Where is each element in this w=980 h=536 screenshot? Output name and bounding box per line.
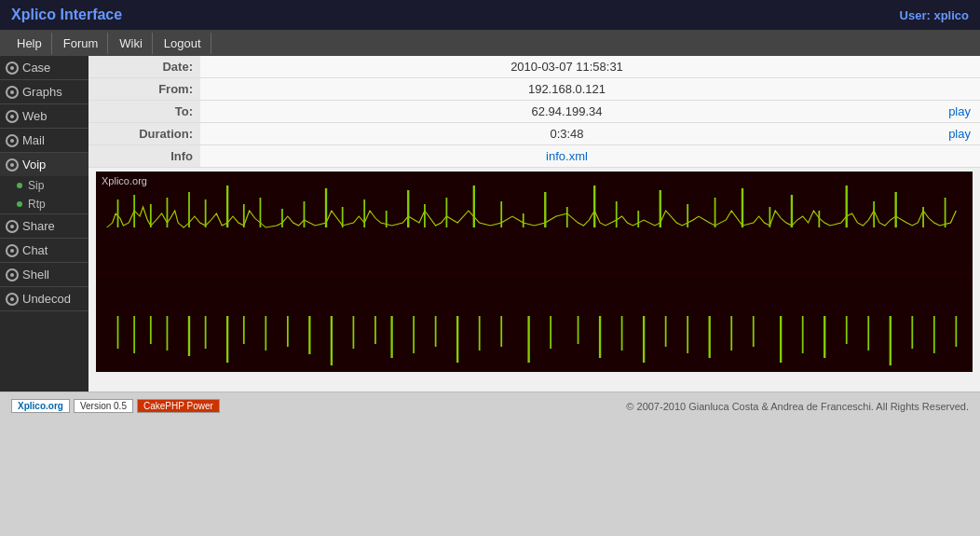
sidebar-section-mail: Mail bbox=[0, 129, 88, 153]
sidebar-item-rtp[interactable]: Rtp bbox=[0, 195, 88, 213]
sidebar-label-rtp: Rtp bbox=[28, 198, 46, 211]
waveform-svg bbox=[96, 172, 973, 372]
nav-forum[interactable]: Forum bbox=[54, 33, 109, 54]
value-to: 62.94.199.34 bbox=[200, 101, 933, 123]
footer-logos: Xplico.org Version 0.5 CakePHP Power bbox=[11, 399, 220, 413]
case-icon bbox=[6, 62, 19, 75]
sidebar-item-web[interactable]: Web bbox=[0, 104, 88, 128]
version-badge: Version 0.5 bbox=[74, 399, 133, 413]
app-title: Xplico Interface bbox=[11, 7, 122, 23]
rtp-bullet bbox=[17, 201, 22, 207]
mail-icon bbox=[6, 134, 19, 147]
sidebar-label-mail: Mail bbox=[22, 133, 45, 147]
web-icon bbox=[6, 110, 19, 123]
table-row-info: Info info.xml bbox=[88, 145, 980, 168]
label-date: Date: bbox=[88, 56, 200, 78]
label-duration: Duration: bbox=[88, 123, 200, 145]
nav-wiki[interactable]: Wiki bbox=[110, 33, 153, 54]
sidebar-item-sip[interactable]: Sip bbox=[0, 176, 88, 195]
copyright: © 2007-2010 Gianluca Costa & Andrea de F… bbox=[626, 401, 969, 412]
chat-icon bbox=[6, 244, 19, 257]
play-button-to[interactable]: play bbox=[933, 101, 980, 123]
sidebar-item-share[interactable]: Share bbox=[0, 214, 88, 238]
main-layout: Case Graphs Web Mail Voip bbox=[0, 56, 980, 392]
sidebar-section-shell: Shell bbox=[0, 263, 88, 287]
waveform-label: Xplico.org bbox=[102, 175, 147, 186]
table-row-to: To: 62.94.199.34 play bbox=[88, 101, 980, 123]
value-duration: 0:3:48 bbox=[200, 123, 933, 145]
table-row-from: From: 192.168.0.121 bbox=[88, 78, 980, 101]
sidebar-label-undecod: Undecod bbox=[22, 292, 71, 306]
sidebar-label-sip: Sip bbox=[28, 179, 44, 192]
sidebar-label-voip: Voip bbox=[22, 158, 46, 172]
sidebar-section-graphs: Graphs bbox=[0, 80, 88, 104]
table-row-date: Date: 2010-03-07 11:58:31 bbox=[88, 56, 980, 78]
waveform-container: Xplico.org bbox=[96, 172, 973, 372]
sidebar-section-case: Case bbox=[0, 56, 88, 80]
play-button-duration[interactable]: play bbox=[933, 123, 980, 145]
sidebar-label-share: Share bbox=[22, 219, 55, 233]
sidebar-label-shell: Shell bbox=[22, 268, 49, 282]
label-to: To: bbox=[88, 101, 200, 123]
sidebar-label-chat: Chat bbox=[22, 243, 48, 257]
sidebar: Case Graphs Web Mail Voip bbox=[0, 56, 88, 392]
sidebar-label-web: Web bbox=[22, 109, 48, 123]
title-part2: Interface bbox=[60, 7, 122, 22]
table-row-duration: Duration: 0:3:48 play bbox=[88, 123, 980, 145]
info-xml-link[interactable]: info.xml bbox=[546, 149, 588, 163]
sidebar-section-web: Web bbox=[0, 104, 88, 129]
cake-badge: CakePHP Power bbox=[137, 399, 220, 413]
sidebar-item-mail[interactable]: Mail bbox=[0, 129, 88, 152]
shell-icon bbox=[6, 268, 19, 282]
content-area: Date: 2010-03-07 11:58:31 From: 192.168.… bbox=[88, 56, 980, 392]
value-date: 2010-03-07 11:58:31 bbox=[200, 56, 933, 78]
navbar: Help Forum Wiki Logout bbox=[0, 30, 980, 56]
sidebar-item-voip[interactable]: Voip bbox=[0, 153, 88, 176]
sidebar-section-share: Share bbox=[0, 214, 88, 239]
user-info: User: xplico bbox=[900, 8, 969, 22]
sidebar-item-chat[interactable]: Chat bbox=[0, 239, 88, 262]
value-info: info.xml bbox=[200, 145, 933, 168]
sidebar-section-voip: Voip Sip Rtp bbox=[0, 153, 88, 214]
sidebar-section-undecod: Undecod bbox=[0, 287, 88, 311]
sip-bullet bbox=[17, 183, 22, 188]
xplico-logo-badge: Xplico.org bbox=[11, 399, 70, 413]
sidebar-item-case[interactable]: Case bbox=[0, 56, 88, 79]
voip-icon bbox=[6, 158, 19, 172]
footer: Xplico.org Version 0.5 CakePHP Power © 2… bbox=[0, 392, 980, 419]
info-table: Date: 2010-03-07 11:58:31 From: 192.168.… bbox=[88, 56, 980, 168]
sidebar-section-chat: Chat bbox=[0, 239, 88, 263]
header: Xplico Interface User: xplico bbox=[0, 0, 980, 30]
undecod-icon bbox=[6, 293, 19, 306]
value-from: 192.168.0.121 bbox=[200, 78, 933, 101]
graphs-icon bbox=[6, 86, 19, 99]
nav-logout[interactable]: Logout bbox=[155, 33, 211, 54]
sidebar-item-undecod[interactable]: Undecod bbox=[0, 287, 88, 310]
sidebar-item-shell[interactable]: Shell bbox=[0, 263, 88, 286]
sidebar-label-graphs: Graphs bbox=[22, 85, 62, 99]
username: xplico bbox=[933, 8, 969, 22]
nav-help[interactable]: Help bbox=[7, 33, 52, 54]
label-info: Info bbox=[88, 145, 200, 168]
share-icon bbox=[6, 220, 19, 233]
label-from: From: bbox=[88, 78, 200, 101]
title-part1: Xplico bbox=[11, 7, 56, 22]
sidebar-label-case: Case bbox=[22, 61, 50, 75]
sidebar-item-graphs[interactable]: Graphs bbox=[0, 80, 88, 103]
user-label: User: bbox=[900, 8, 931, 22]
